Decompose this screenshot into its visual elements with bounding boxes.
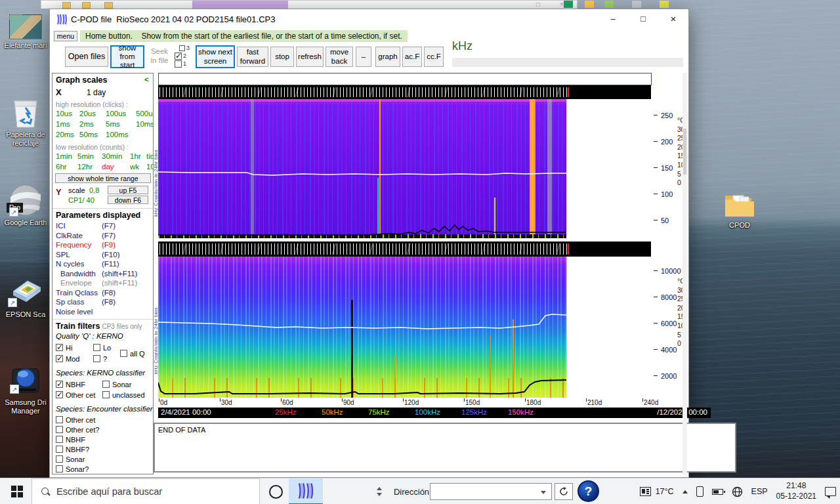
collapse-panel-button[interactable]: < [144,75,148,83]
enc-sonar-checkbox[interactable] [56,455,63,463]
acf-button[interactable]: ac.F [402,47,422,67]
toolbar-expand-buttons[interactable] [373,478,386,504]
scale-option[interactable]: 1min [56,152,77,160]
checkbox-1[interactable] [175,60,182,68]
fast-forward-button[interactable]: fast forward [237,47,268,67]
checkbox-3[interactable] [179,45,185,51]
param-noise-level[interactable]: Noise level [56,308,102,318]
tray-overflow-chevron-icon[interactable] [682,490,688,494]
quality-lo-checkbox[interactable] [93,344,100,351]
enc-nbhf-checkbox[interactable] [56,436,63,443]
spectrogram-bottom-plot[interactable] [158,257,566,398]
scale-option[interactable]: 10ms [136,120,154,128]
clock[interactable]: 21:48 05-12-2021 [776,481,816,501]
news-weather-button[interactable]: 17°C [640,478,674,504]
battery-icon[interactable] [712,489,723,495]
kerno-unclassed-checkbox[interactable] [102,391,110,398]
scale-option[interactable]: 50ms [79,131,106,138]
param-spl[interactable]: SPL [56,251,102,261]
desktop-icon-recycle-bin[interactable]: Papelera de reciclaje [0,97,51,147]
phone-link-icon[interactable] [696,486,704,497]
network-globe-icon[interactable] [732,486,743,497]
scale-option[interactable]: 1ms [56,120,79,128]
cortana-button[interactable] [264,478,287,504]
param-frequency-selected[interactable]: Frequency [56,241,102,251]
desktop-icon-samsung-drive-manager[interactable]: ↗ Samsung Dri Manager [0,362,51,415]
language-indicator[interactable]: ESP [751,487,768,496]
stop-button[interactable]: stop [270,47,294,67]
scale-option[interactable]: 5min [77,152,102,160]
param-ici[interactable]: ICI [56,222,102,232]
start-button[interactable] [7,478,28,504]
x-scale-label: X [56,87,62,97]
scale-up-button[interactable]: up F5 [108,186,148,194]
scale-option[interactable]: 1hr [130,152,146,160]
scale-option[interactable]: 30min [102,152,130,160]
enc-othercet2-checkbox[interactable] [56,426,63,433]
scale-option-selected[interactable]: day [102,163,130,171]
close-button[interactable]: × [658,9,688,28]
click-density-bar-bottom[interactable] [158,242,651,257]
menu-button[interactable]: menu [54,31,77,41]
scale-down-button[interactable]: down F6 [108,196,148,204]
go-refresh-button[interactable] [555,483,573,500]
scale-option[interactable]: 500us [136,110,154,117]
param-clkrate[interactable]: ClkRate [56,232,102,242]
help-app-icon[interactable]: ? [578,480,599,502]
desktop-icon-epson-scan[interactable]: ↗ EPSON Sca [0,274,51,319]
quality-allq-checkbox[interactable] [120,350,127,357]
quality-q-checkbox[interactable] [93,355,100,362]
quality-mod-checkbox[interactable] [56,355,63,362]
scale-option[interactable]: 5ms [106,120,136,128]
address-combobox[interactable] [430,483,552,500]
enc-othercet-checkbox[interactable] [56,416,63,423]
param-train-qclass[interactable]: Train Qclass [56,289,102,299]
scale-option[interactable]: wk [130,163,146,171]
desktop-icon-elefante[interactable]: Elefante mari [0,14,51,50]
kerno-nbhf-checkbox[interactable] [56,381,63,388]
title-bar[interactable]: C-POD file RioSeco 2021 04 02 POD2154 fi… [50,9,688,29]
minus-button[interactable]: – [356,47,371,67]
spectrogram-top-plot[interactable] [158,99,566,238]
param-ncycles[interactable]: N cycles [56,260,102,270]
scale-option[interactable]: 2ms [79,120,106,128]
scale-option[interactable]: 20ms [56,131,79,138]
scrollbar-thumb[interactable] [683,129,686,175]
maximize-button[interactable]: □ [628,9,658,28]
taskbar-search[interactable]: Escribe aquí para buscar [32,478,260,504]
show-from-start-button[interactable]: show from start [110,45,144,68]
taskbar-cpod-app[interactable] [289,478,323,504]
scale-option[interactable]: 6hr [56,163,77,171]
kerno-sonar-checkbox[interactable] [102,381,110,388]
refresh-button[interactable]: refresh [296,47,324,67]
param-bandwidth[interactable]: Bandwidth [60,270,102,280]
time-selection-box[interactable] [158,73,652,85]
click-density-bar-top[interactable] [158,85,651,99]
move-back-button[interactable]: move back [326,47,353,67]
show-next-screen-button[interactable]: show next screen [196,45,235,68]
scale-option[interactable]: 12hr [77,163,102,171]
action-center-icon[interactable] [825,487,836,496]
ccf-button[interactable]: cc.F [424,47,444,67]
quality-hi-checkbox[interactable] [56,344,63,351]
screen-count-spinner[interactable]: 3 2 1 [175,44,194,68]
kerno-othercet-checkbox[interactable] [56,391,63,398]
checkbox-2[interactable] [175,52,182,60]
desktop-icon-google-earth[interactable]: Pro ↗ Google Earth [0,184,51,227]
enc-nbhf2-checkbox[interactable] [56,446,63,453]
param-sp-class[interactable]: Sp class [56,298,102,308]
desktop-icon-cpod-folder[interactable]: CPOD [714,190,765,230]
show-whole-time-range-button[interactable]: show whole time range [55,173,151,183]
scrollbar[interactable] [682,73,687,474]
background-window-edge[interactable]: □ × [41,0,578,9]
recycle-bin-icon [12,97,39,129]
minimize-button[interactable]: – [598,9,628,28]
train-filters-title: Train filters [56,322,100,331]
enc-sonar2-checkbox[interactable] [56,465,63,472]
scale-option[interactable]: 100ms [106,131,136,138]
scale-option[interactable]: 100us [106,110,136,117]
scale-option[interactable]: 20us [79,110,106,117]
scale-option[interactable]: 10us [56,110,79,117]
graph-button[interactable]: graph [375,47,400,67]
open-files-button[interactable]: Open files [65,47,108,67]
